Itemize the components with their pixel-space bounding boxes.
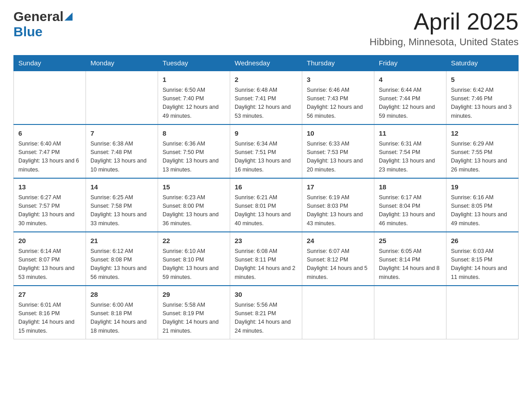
day-info: Sunrise: 6:48 AMSunset: 7:41 PMDaylight:…	[235, 86, 297, 121]
day-number: 29	[163, 290, 225, 300]
day-number: 1	[163, 75, 225, 85]
calendar-table: SundayMondayTuesdayWednesdayThursdayFrid…	[13, 55, 519, 339]
day-info: Sunrise: 6:05 AMSunset: 8:14 PMDaylight:…	[379, 247, 442, 282]
day-info: Sunrise: 6:29 AMSunset: 7:55 PMDaylight:…	[451, 140, 514, 175]
day-info: Sunrise: 6:00 AMSunset: 8:18 PMDaylight:…	[90, 301, 153, 336]
header-day-monday: Monday	[86, 56, 158, 71]
calendar-cell	[302, 286, 374, 339]
day-info: Sunrise: 6:17 AMSunset: 8:04 PMDaylight:…	[379, 193, 442, 228]
page-header: General Blue April 2025 Hibbing, Minneso…	[13, 9, 519, 48]
calendar-cell: 14Sunrise: 6:25 AMSunset: 7:58 PMDayligh…	[86, 178, 158, 232]
day-info: Sunrise: 6:10 AMSunset: 8:10 PMDaylight:…	[163, 247, 225, 282]
calendar-cell: 8Sunrise: 6:36 AMSunset: 7:50 PMDaylight…	[158, 124, 230, 178]
calendar-cell: 2Sunrise: 6:48 AMSunset: 7:41 PMDaylight…	[230, 71, 302, 124]
day-number: 10	[307, 128, 369, 139]
day-number: 7	[90, 128, 153, 139]
calendar-cell	[14, 71, 86, 124]
logo: General Blue	[13, 9, 73, 39]
header-day-sunday: Sunday	[14, 56, 86, 71]
logo-blue-text: Blue	[13, 24, 43, 39]
day-number: 15	[163, 182, 225, 193]
calendar-cell: 20Sunrise: 6:14 AMSunset: 8:07 PMDayligh…	[14, 232, 86, 286]
day-number: 21	[90, 236, 153, 246]
calendar-cell	[446, 286, 519, 339]
week-row-1: 1Sunrise: 6:50 AMSunset: 7:40 PMDaylight…	[14, 71, 519, 124]
day-info: Sunrise: 6:25 AMSunset: 7:58 PMDaylight:…	[90, 193, 153, 228]
calendar-cell: 7Sunrise: 6:38 AMSunset: 7:48 PMDaylight…	[86, 124, 158, 178]
calendar-cell: 13Sunrise: 6:27 AMSunset: 7:57 PMDayligh…	[14, 178, 86, 232]
week-row-2: 6Sunrise: 6:40 AMSunset: 7:47 PMDaylight…	[14, 124, 519, 178]
day-number: 14	[90, 182, 153, 193]
week-row-3: 13Sunrise: 6:27 AMSunset: 7:57 PMDayligh…	[14, 178, 519, 232]
day-info: Sunrise: 6:01 AMSunset: 8:16 PMDaylight:…	[18, 301, 81, 336]
day-info: Sunrise: 6:50 AMSunset: 7:40 PMDaylight:…	[163, 86, 225, 121]
day-info: Sunrise: 5:56 AMSunset: 8:21 PMDaylight:…	[235, 301, 297, 336]
header-day-tuesday: Tuesday	[158, 56, 230, 71]
day-info: Sunrise: 6:08 AMSunset: 8:11 PMDaylight:…	[235, 247, 297, 282]
day-info: Sunrise: 6:21 AMSunset: 8:01 PMDaylight:…	[235, 193, 297, 228]
calendar-cell: 11Sunrise: 6:31 AMSunset: 7:54 PMDayligh…	[374, 124, 446, 178]
day-info: Sunrise: 6:38 AMSunset: 7:48 PMDaylight:…	[90, 140, 153, 175]
day-number: 30	[235, 290, 297, 300]
day-number: 20	[18, 236, 81, 246]
week-row-4: 20Sunrise: 6:14 AMSunset: 8:07 PMDayligh…	[14, 232, 519, 286]
week-row-5: 27Sunrise: 6:01 AMSunset: 8:16 PMDayligh…	[14, 286, 519, 339]
header-day-thursday: Thursday	[302, 56, 374, 71]
calendar-cell: 12Sunrise: 6:29 AMSunset: 7:55 PMDayligh…	[446, 124, 519, 178]
day-info: Sunrise: 6:44 AMSunset: 7:44 PMDaylight:…	[379, 86, 442, 121]
day-info: Sunrise: 6:07 AMSunset: 8:12 PMDaylight:…	[307, 247, 369, 282]
day-number: 28	[90, 290, 153, 300]
header-day-friday: Friday	[374, 56, 446, 71]
day-number: 5	[451, 75, 514, 85]
day-info: Sunrise: 6:16 AMSunset: 8:05 PMDaylight:…	[451, 193, 514, 228]
day-number: 22	[163, 236, 225, 246]
day-info: Sunrise: 6:31 AMSunset: 7:54 PMDaylight:…	[379, 140, 442, 175]
day-number: 24	[307, 236, 369, 246]
day-number: 3	[307, 75, 369, 85]
calendar-cell: 15Sunrise: 6:23 AMSunset: 8:00 PMDayligh…	[158, 178, 230, 232]
location-subtitle: Hibbing, Minnesota, United States	[369, 36, 519, 48]
calendar-cell: 4Sunrise: 6:44 AMSunset: 7:44 PMDaylight…	[374, 71, 446, 124]
header-day-wednesday: Wednesday	[230, 56, 302, 71]
calendar-cell: 1Sunrise: 6:50 AMSunset: 7:40 PMDaylight…	[158, 71, 230, 124]
day-number: 19	[451, 182, 514, 193]
calendar-cell: 3Sunrise: 6:46 AMSunset: 7:43 PMDaylight…	[302, 71, 374, 124]
day-info: Sunrise: 6:40 AMSunset: 7:47 PMDaylight:…	[18, 140, 81, 175]
day-number: 16	[235, 182, 297, 193]
header-row: SundayMondayTuesdayWednesdayThursdayFrid…	[14, 56, 519, 71]
calendar-cell: 24Sunrise: 6:07 AMSunset: 8:12 PMDayligh…	[302, 232, 374, 286]
calendar-cell: 19Sunrise: 6:16 AMSunset: 8:05 PMDayligh…	[446, 178, 519, 232]
calendar-header: SundayMondayTuesdayWednesdayThursdayFrid…	[14, 56, 519, 71]
calendar-cell: 17Sunrise: 6:19 AMSunset: 8:03 PMDayligh…	[302, 178, 374, 232]
day-info: Sunrise: 6:46 AMSunset: 7:43 PMDaylight:…	[307, 86, 369, 121]
day-number: 13	[18, 182, 81, 193]
logo-general-text: General	[13, 9, 64, 24]
calendar-cell: 27Sunrise: 6:01 AMSunset: 8:16 PMDayligh…	[14, 286, 86, 339]
calendar-cell: 6Sunrise: 6:40 AMSunset: 7:47 PMDaylight…	[14, 124, 86, 178]
day-info: Sunrise: 6:34 AMSunset: 7:51 PMDaylight:…	[235, 140, 297, 175]
header-day-saturday: Saturday	[446, 56, 519, 71]
day-info: Sunrise: 6:23 AMSunset: 8:00 PMDaylight:…	[163, 193, 225, 228]
day-info: Sunrise: 6:14 AMSunset: 8:07 PMDaylight:…	[18, 247, 81, 282]
day-info: Sunrise: 6:12 AMSunset: 8:08 PMDaylight:…	[90, 247, 153, 282]
logo-triangle-icon	[64, 13, 73, 21]
day-number: 12	[451, 128, 514, 139]
calendar-cell: 21Sunrise: 6:12 AMSunset: 8:08 PMDayligh…	[86, 232, 158, 286]
calendar-body: 1Sunrise: 6:50 AMSunset: 7:40 PMDaylight…	[14, 71, 519, 339]
calendar-cell: 22Sunrise: 6:10 AMSunset: 8:10 PMDayligh…	[158, 232, 230, 286]
day-number: 8	[163, 128, 225, 139]
calendar-cell: 23Sunrise: 6:08 AMSunset: 8:11 PMDayligh…	[230, 232, 302, 286]
calendar-cell	[374, 286, 446, 339]
calendar-cell: 29Sunrise: 5:58 AMSunset: 8:19 PMDayligh…	[158, 286, 230, 339]
calendar-cell: 10Sunrise: 6:33 AMSunset: 7:53 PMDayligh…	[302, 124, 374, 178]
day-number: 26	[451, 236, 514, 246]
title-section: April 2025 Hibbing, Minnesota, United St…	[369, 9, 519, 48]
calendar-cell	[86, 71, 158, 124]
calendar-cell: 9Sunrise: 6:34 AMSunset: 7:51 PMDaylight…	[230, 124, 302, 178]
day-number: 2	[235, 75, 297, 85]
calendar-cell: 30Sunrise: 5:56 AMSunset: 8:21 PMDayligh…	[230, 286, 302, 339]
day-number: 23	[235, 236, 297, 246]
calendar-cell: 5Sunrise: 6:42 AMSunset: 7:46 PMDaylight…	[446, 71, 519, 124]
calendar-cell: 18Sunrise: 6:17 AMSunset: 8:04 PMDayligh…	[374, 178, 446, 232]
calendar-cell: 26Sunrise: 6:03 AMSunset: 8:15 PMDayligh…	[446, 232, 519, 286]
